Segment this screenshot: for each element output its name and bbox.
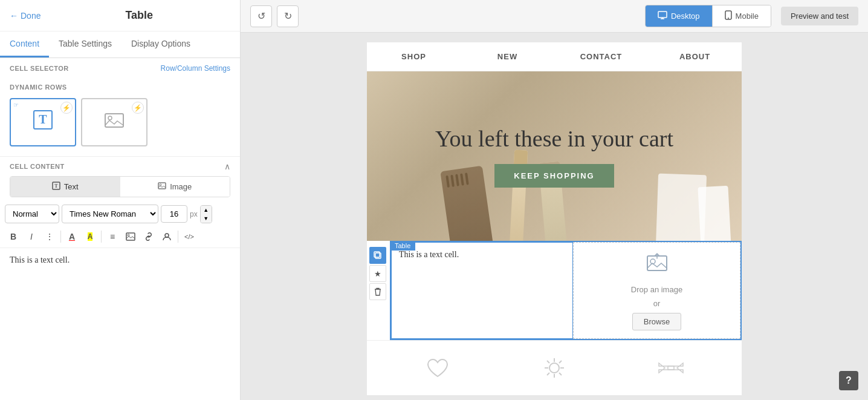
separator-2 (101, 231, 102, 243)
text-color-button[interactable]: A (63, 228, 80, 245)
help-button[interactable]: ? (839, 371, 858, 390)
nav-item-shop[interactable]: SHOP (367, 42, 461, 71)
font-size-unit: px (190, 210, 198, 218)
italic-button[interactable]: I (23, 228, 40, 245)
redo-button[interactable]: ↻ (277, 5, 299, 27)
drop-image-label: Drop an image (631, 285, 682, 294)
svg-text:T: T (54, 183, 58, 189)
svg-line-25 (559, 361, 562, 363)
row-col-settings-link[interactable]: Row/Column Settings (161, 64, 230, 73)
svg-point-9 (128, 234, 129, 236)
image-drop-icon (645, 251, 669, 280)
main-area: ↺ ↻ Desktop Mobile (241, 0, 868, 400)
hero-box-item-2 (698, 186, 731, 241)
panel-tabs: Content Table Settings Display Options (0, 31, 240, 58)
tab-content[interactable]: Content (0, 31, 49, 57)
cell-content-label: CELL CONTENT (10, 163, 65, 170)
image-drop-cell[interactable]: Drop an image or Browse (573, 242, 740, 339)
font-style-select[interactable]: Normal Heading 1 Heading 2 (5, 205, 59, 223)
tab-table-settings[interactable]: Table Settings (49, 31, 121, 57)
insert-image-button[interactable] (122, 228, 139, 245)
panel-title: Table (48, 9, 230, 22)
mobile-icon (725, 10, 732, 22)
done-button[interactable]: ← Done (10, 11, 40, 21)
more-options-button[interactable]: ⋮ (41, 228, 58, 245)
browse-button[interactable]: Browse (632, 313, 681, 330)
toggle-image-button[interactable]: Image (120, 177, 230, 197)
nav-item-contact[interactable]: CONTACT (554, 42, 648, 71)
view-toggle: Desktop Mobile (645, 5, 771, 27)
lightning-badge-image: ⚡ (132, 102, 144, 114)
bottom-icon-arrows (656, 353, 686, 383)
svg-point-7 (160, 184, 161, 186)
collapse-icon[interactable]: ∧ (224, 162, 230, 171)
svg-rect-6 (158, 183, 166, 189)
font-family-select[interactable]: Times New Roman Arial Georgia (62, 205, 158, 223)
hero-section: You left these in your cart KEEP SHOPPIN… (367, 71, 742, 241)
keep-shopping-button[interactable]: KEEP SHOPPING (494, 164, 614, 188)
svg-rect-2 (105, 114, 123, 127)
hero-content: You left these in your cart KEEP SHOPPIN… (435, 125, 673, 188)
copy-table-button[interactable] (369, 247, 386, 264)
desktop-label: Desktop (671, 11, 700, 21)
bottom-icon-sun (539, 353, 569, 383)
or-label: or (653, 299, 661, 308)
lightning-badge-text: ⚡ (60, 102, 73, 114)
svg-point-13 (728, 18, 729, 19)
delete-table-button[interactable] (369, 283, 386, 300)
canvas-area: SHOP NEW CONTACT ABOUT (241, 33, 868, 400)
text-preview-content: This is a text cell. (10, 255, 70, 264)
nav-item-about[interactable]: ABOUT (648, 42, 742, 71)
svg-point-18 (549, 363, 559, 373)
top-toolbar: ↺ ↻ Desktop Mobile (241, 0, 868, 33)
back-arrow-icon: ← (10, 11, 18, 21)
table-container: Table ★ (367, 241, 742, 340)
align-button[interactable]: ≡ (104, 228, 121, 245)
email-canvas: SHOP NEW CONTACT ABOUT (367, 42, 742, 390)
undo-button[interactable]: ↺ (250, 5, 272, 27)
font-size-up-button[interactable]: ▲ (201, 206, 212, 214)
svg-line-26 (547, 373, 549, 375)
cell-selector-label: CELL SELECTOR (10, 65, 69, 72)
link-button[interactable] (140, 228, 157, 245)
personalization-button[interactable] (158, 228, 175, 245)
content-type-toggle: T Text Image (10, 176, 230, 197)
font-size-down-button[interactable]: ▼ (201, 214, 212, 223)
left-panel: ← Done Table Content Table Settings Disp… (0, 0, 241, 400)
svg-point-3 (108, 116, 112, 120)
svg-point-17 (650, 259, 655, 264)
text-cell-icon: T (31, 108, 55, 137)
image-row-cell[interactable]: ⚡ (81, 98, 147, 146)
desktop-icon (658, 11, 667, 21)
text-row-cell[interactable]: T ⚡ ☞ (10, 98, 76, 146)
mobile-view-button[interactable]: Mobile (712, 5, 771, 27)
dynamic-rows-grid: T ⚡ ☞ ⚡ (0, 93, 240, 151)
svg-point-10 (165, 234, 169, 237)
done-label: Done (21, 11, 40, 21)
svg-text:T: T (39, 113, 47, 126)
dynamic-rows-label: DYNAMIC ROWS (0, 79, 240, 93)
nav-item-new[interactable]: NEW (461, 42, 554, 71)
separator-1 (60, 231, 61, 243)
table-row-cells: This is a text cell. (391, 242, 740, 339)
source-code-button[interactable]: </> (181, 228, 198, 245)
cell-content-section: CELL CONTENT ∧ T Text (0, 151, 240, 277)
preview-test-button[interactable]: Preview and test (781, 7, 858, 25)
highlight-button[interactable]: A (82, 228, 99, 245)
svg-rect-11 (658, 11, 667, 18)
bold-button[interactable]: B (5, 228, 22, 245)
tab-display-options[interactable]: Display Options (121, 31, 200, 57)
toggle-text-button[interactable]: T Text (10, 177, 120, 197)
formatting-toolbar: B I ⋮ A A ≡ (0, 226, 240, 248)
hero-title: You left these in your cart (435, 125, 673, 152)
text-cell-content: This is a text cell. (399, 250, 459, 259)
text-preview-area[interactable]: This is a text cell. (0, 248, 240, 272)
favorite-table-button[interactable]: ★ (369, 265, 386, 282)
text-cell[interactable]: This is a text cell. (391, 242, 573, 339)
font-size-input[interactable] (161, 205, 187, 223)
table-section: Table ★ (390, 241, 742, 340)
image-toggle-icon (158, 182, 166, 192)
cell-selector-header: CELL SELECTOR Row/Column Settings (0, 58, 240, 79)
desktop-view-button[interactable]: Desktop (646, 5, 712, 27)
svg-line-23 (547, 361, 549, 363)
